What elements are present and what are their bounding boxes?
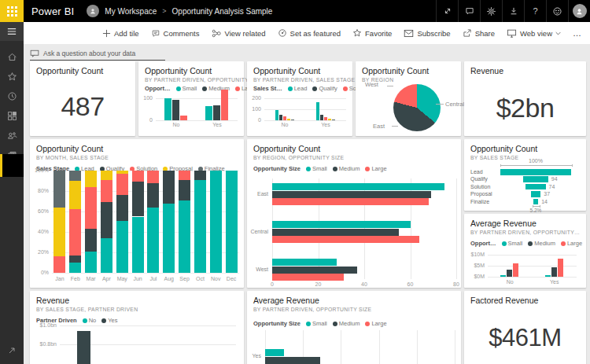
stack-segment bbox=[69, 209, 81, 256]
stack-segment bbox=[147, 183, 159, 208]
home-nav-button[interactable] bbox=[0, 47, 24, 66]
gridline bbox=[488, 277, 577, 278]
tile-count-funnel[interactable]: Opportunity Count BY SALES STAGE 100%Lea… bbox=[464, 139, 586, 211]
workspace-avatar[interactable] bbox=[87, 5, 99, 17]
pie bbox=[393, 84, 441, 131]
stack-segment bbox=[163, 171, 175, 204]
leader-line bbox=[387, 86, 393, 86]
help-icon[interactable]: ? bbox=[524, 0, 546, 22]
settings-icon[interactable] bbox=[480, 0, 502, 22]
gridline bbox=[456, 178, 457, 279]
bar bbox=[272, 274, 344, 281]
favorite-button[interactable]: Favorite bbox=[352, 28, 392, 38]
axis-label: Central bbox=[250, 229, 268, 234]
gridline bbox=[488, 255, 577, 256]
stack-segment bbox=[53, 171, 65, 208]
bar bbox=[551, 267, 557, 277]
download-icon[interactable] bbox=[502, 0, 524, 22]
axis-label: Central bbox=[445, 101, 464, 108]
share-button[interactable]: Share bbox=[463, 28, 495, 38]
bar bbox=[180, 116, 187, 120]
gridline bbox=[341, 330, 341, 364]
stack-segment bbox=[69, 171, 81, 181]
powerbi-logo[interactable]: Power BI bbox=[31, 6, 74, 17]
axis-label: $0M bbox=[474, 274, 485, 279]
comments-button[interactable]: Comments bbox=[151, 29, 200, 38]
dashboard-toolbar: Add tile Comments View related Set as fe… bbox=[24, 22, 590, 44]
stack-segment bbox=[147, 208, 159, 273]
breadcrumb-item[interactable]: Opportunity Analysis Sample bbox=[172, 7, 273, 16]
bar bbox=[272, 259, 337, 266]
gridline bbox=[455, 330, 455, 364]
more-options-button[interactable]: … bbox=[573, 28, 582, 38]
bar-chart: 020406080EastCentralWest bbox=[247, 139, 461, 288]
axis-label: 60 bbox=[407, 281, 414, 287]
set-as-featured-button[interactable]: Set as featured bbox=[278, 28, 341, 38]
tile-count-by-region-pie[interactable]: Opportunity Count BY REGION CentralEastW… bbox=[356, 61, 461, 136]
tile-count-by-partner-stage[interactable]: Opportunity Count BY PARTNER DRIVEN, SAL… bbox=[247, 61, 352, 136]
recent-nav-button[interactable] bbox=[0, 86, 24, 105]
apps-nav-button[interactable] bbox=[0, 106, 24, 125]
waffle-icon bbox=[7, 6, 17, 17]
axis-label: 94 bbox=[551, 176, 558, 182]
profile-avatar[interactable] bbox=[568, 0, 590, 22]
share-icon bbox=[463, 28, 472, 38]
fullscreen-icon[interactable] bbox=[436, 0, 458, 22]
bar bbox=[272, 198, 429, 205]
axis-label: Yes bbox=[550, 279, 559, 285]
top-bracket-line bbox=[501, 165, 572, 166]
tile-opportunity-count-card[interactable]: Opportunity Count 487 bbox=[30, 61, 135, 136]
envelope-icon bbox=[404, 29, 414, 38]
bar bbox=[205, 106, 212, 120]
subscribe-button[interactable]: Subscribe bbox=[404, 29, 450, 38]
stack-segment bbox=[85, 229, 97, 252]
current-dashboard-indicator[interactable] bbox=[0, 154, 24, 177]
bar bbox=[275, 110, 278, 120]
add-tile-button[interactable]: Add tile bbox=[102, 29, 139, 38]
leader-line bbox=[436, 104, 444, 105]
axis-label: 80 bbox=[453, 281, 459, 287]
axis-label: East bbox=[373, 123, 385, 130]
axis-label: 5.2% bbox=[530, 208, 542, 213]
axis-label: Jan bbox=[55, 276, 64, 281]
stack-segment bbox=[101, 180, 112, 203]
expand-nav-button[interactable] bbox=[0, 342, 24, 359]
breadcrumb-workspace[interactable]: My Workspace bbox=[105, 7, 157, 16]
tile-revenue-card[interactable]: Revenue $2bn bbox=[464, 61, 586, 136]
view-related-button[interactable]: View related bbox=[212, 29, 266, 38]
axis-label: 0 bbox=[149, 117, 153, 123]
stack-segment bbox=[132, 182, 144, 216]
tile-count-by-partner-size[interactable]: Opportunity Count BY PARTNER DRIVEN, OPP… bbox=[138, 61, 244, 136]
axis-label: 74 bbox=[549, 184, 555, 189]
qna-search-input[interactable]: Ask a question about your data bbox=[30, 47, 165, 61]
comment-icon bbox=[151, 29, 160, 38]
shared-with-me-nav-button[interactable] bbox=[0, 126, 24, 145]
stack-segment bbox=[163, 204, 175, 273]
stack-segment bbox=[194, 180, 206, 273]
menu-button[interactable] bbox=[0, 22, 24, 41]
powerbi-dashboard: Power BI My Workspace > Opportunity Anal… bbox=[0, 0, 590, 364]
notifications-icon[interactable] bbox=[458, 0, 480, 22]
feedback-icon[interactable] bbox=[546, 0, 568, 22]
axis-label: 40 bbox=[361, 281, 367, 287]
bar bbox=[316, 102, 319, 120]
tile-avg-revenue-by-size[interactable]: Average Revenue BY PARTNER DRIVEN, OPPOR… bbox=[247, 291, 461, 364]
web-view-dropdown[interactable]: Web view bbox=[507, 29, 561, 38]
axis-label: $1.0bn bbox=[40, 322, 57, 328]
axis-label: $0.8bn bbox=[40, 341, 57, 347]
tile-revenue-by-stage[interactable]: Revenue BY SALES STAGE, PARTNER DRIVEN P… bbox=[30, 291, 244, 364]
tile-count-by-region-size[interactable]: Opportunity Count BY REGION, OPPORTUNITY… bbox=[247, 139, 461, 288]
stack-segment bbox=[69, 181, 81, 209]
axis-label: 60% bbox=[38, 208, 49, 214]
tile-count-by-month-stage[interactable]: Opportunity Count BY MONTH, SALES STAGE … bbox=[30, 139, 244, 288]
bar bbox=[291, 119, 294, 120]
app-launcher-button[interactable] bbox=[0, 0, 24, 22]
tile-avg-revenue[interactable]: Average Revenue BY PARTNER DRIVEN, OPPOR… bbox=[464, 214, 586, 288]
top-app-bar: Power BI My Workspace > Opportunity Anal… bbox=[0, 0, 590, 22]
funnel-bar bbox=[533, 199, 538, 205]
favorites-nav-button[interactable] bbox=[0, 67, 24, 86]
card-value: $2bn bbox=[464, 93, 586, 123]
tile-factored-revenue-card[interactable]: Factored Revenue $461M bbox=[464, 291, 586, 364]
axis-label: Yes bbox=[253, 353, 261, 358]
bar bbox=[513, 263, 518, 277]
